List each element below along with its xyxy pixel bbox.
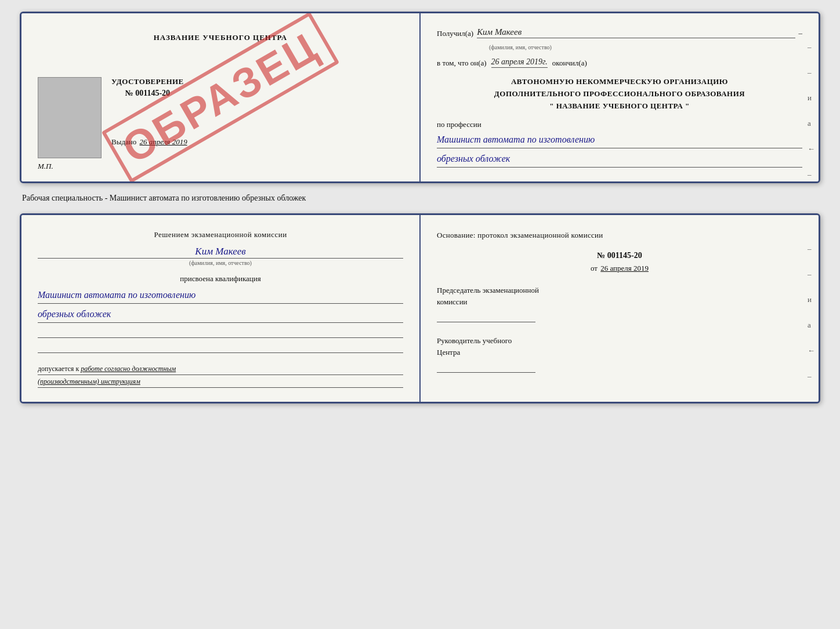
card2-left-panel: Решением экзаменационной комиссии Ким Ма…: [21, 215, 421, 402]
cert-mp: М.П.: [38, 162, 53, 171]
bottom-section: допускается к работе согласно должностны…: [38, 365, 403, 388]
qualification-block: Машинист автомата по изготовлению обрезн…: [38, 288, 403, 323]
cert-right-panel: Получил(а) Ким Макеев – (фамилия, имя, о…: [421, 13, 819, 181]
side-dashes-2: – – и а ← – – –: [808, 244, 815, 403]
protocol-number: № 001145-20: [437, 251, 802, 260]
card2-name-sub: (фамилия, имя, отчество): [38, 260, 403, 266]
protocol-date-value: 26 апреля 2019: [600, 264, 649, 272]
date-value: 26 апреля 2019г.: [491, 57, 548, 68]
cert-left-panel: НАЗВАНИЕ УЧЕБНОГО ЦЕНТРА УДОСТОВЕРЕНИЕ №…: [21, 13, 421, 181]
head-sig-line: [437, 361, 535, 373]
qual-line1: Машинист автомата по изготовлению: [38, 288, 403, 304]
card2-name-value: Ким Макеев: [38, 246, 403, 259]
empty-line-1: [38, 328, 403, 338]
date-label: в том, что он(а): [437, 59, 487, 68]
chair-sig-line: [437, 311, 535, 322]
head-label: Руководитель учебного Центра: [437, 335, 802, 358]
decision-label: Решением экзаменационной комиссии: [38, 229, 403, 241]
cert-photo: [38, 77, 102, 158]
date-line: в том, что он(а) 26 апреля 2019г. окончи…: [437, 57, 802, 68]
допускается-value: работе согласно должностным: [81, 365, 176, 373]
received-label: Получил(а): [437, 29, 473, 38]
protocol-date: от 26 апреля 2019: [437, 264, 802, 273]
side-dashes: – – и а ← – – –: [808, 42, 815, 183]
date-suffix: окончил(а): [552, 59, 587, 68]
certificate-card-1: НАЗВАНИЕ УЧЕБНОГО ЦЕНТРА УДОСТОВЕРЕНИЕ №…: [20, 12, 820, 183]
received-value: Ким Макеев: [477, 27, 795, 38]
org-line3: " НАЗВАНИЕ УЧЕБНОГО ЦЕНТРА ": [437, 100, 802, 112]
cert-date-block: Выдано 26 апреля 2019: [111, 137, 187, 147]
profession-value-1: Машинист автомата по изготовлению: [437, 133, 802, 148]
chair-block: Председатель экзаменационной комиссии: [437, 285, 802, 322]
cert-number: № 001145-20: [111, 89, 184, 98]
qual-line2: обрезных обложек: [38, 307, 403, 323]
assigned-label: присвоена квалификация: [38, 274, 403, 283]
profession-value-2: обрезных обложек: [437, 152, 802, 168]
org-line2: ДОПОЛНИТЕЛЬНОГО ПРОФЕССИОНАЛЬНОГО ОБРАЗО…: [437, 88, 802, 100]
protocol-date-prefix: от: [591, 264, 598, 272]
osnov-label: Основание: протокол экзаменационной коми…: [437, 229, 802, 242]
cert-title: НАЗВАНИЕ УЧЕБНОГО ЦЕНТРА: [38, 33, 403, 42]
received-sub: (фамилия, имя, отчество): [489, 44, 802, 50]
card2-right-panel: Основание: протокол экзаменационной коми…: [421, 215, 819, 402]
empty-line-2: [38, 343, 403, 353]
head-label2: Центра: [437, 348, 460, 357]
допускается-line: допускается к работе согласно должностны…: [38, 365, 403, 375]
chair-label1: Председатель экзаменационной: [437, 286, 539, 294]
org-line1: АВТОНОМНУЮ НЕКОММЕРЧЕСКУЮ ОРГАНИЗАЦИЮ: [437, 76, 802, 88]
cert-date-value: 26 апреля 2019: [140, 137, 187, 146]
cert-date-label: Выдано: [111, 137, 136, 146]
org-block: АВТОНОМНУЮ НЕКОММЕРЧЕСКУЮ ОРГАНИЗАЦИЮ ДО…: [437, 76, 802, 112]
cert-udost-block: УДОСТОВЕРЕНИЕ № 001145-20: [111, 77, 184, 98]
chair-label2: комиссии: [437, 297, 468, 306]
допускается-label: допускается к: [38, 365, 79, 373]
received-line: Получил(а) Ким Макеев –: [437, 27, 802, 38]
chair-label: Председатель экзаменационной комиссии: [437, 285, 802, 307]
head-block: Руководитель учебного Центра: [437, 335, 802, 373]
profession-label: по профессии: [437, 120, 802, 129]
certificate-card-2: Решением экзаменационной комиссии Ким Ма…: [20, 213, 820, 403]
specialty-line: Рабочая специальность - Машинист автомат…: [20, 194, 820, 203]
допускается-line2: (производственным) инструкциям: [38, 377, 403, 388]
cert-udost-label: УДОСТОВЕРЕНИЕ: [111, 77, 184, 86]
head-label1: Руководитель учебного: [437, 336, 512, 345]
